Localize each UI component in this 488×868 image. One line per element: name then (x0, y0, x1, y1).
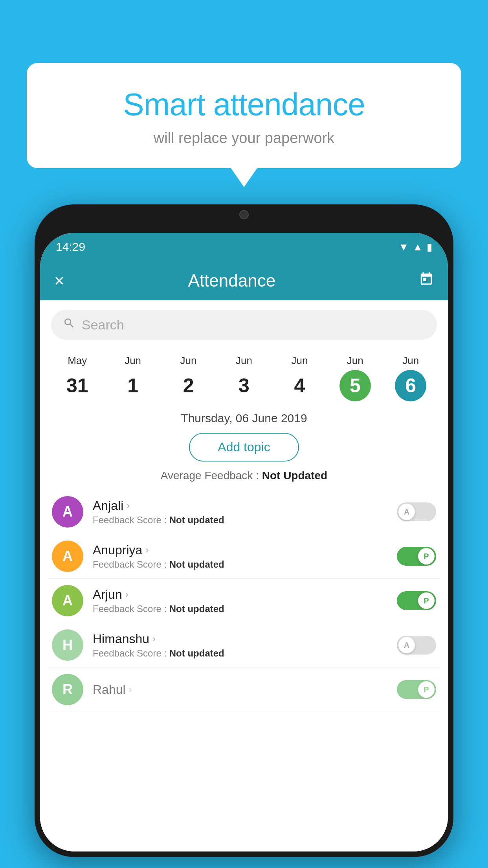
screen-content: Search May 31 Jun 1 Jun 2 (40, 300, 448, 851)
search-bar[interactable]: Search (51, 310, 437, 340)
student-info-himanshu: Himanshu › Feedback Score : Not updated (93, 632, 397, 659)
status-icons: ▼ ▲ ▮ (399, 241, 432, 253)
toggle-anjali[interactable]: A (397, 502, 436, 521)
student-info-rahul: Rahul › (93, 682, 397, 697)
bubble-subtitle: will replace your paperwork (42, 130, 446, 147)
attendance-toggle-anupriya[interactable]: P (397, 547, 436, 566)
student-feedback-anupriya: Feedback Score : Not updated (93, 559, 397, 570)
wifi-icon: ▼ (399, 241, 409, 253)
chevron-right-icon: › (127, 500, 130, 511)
status-bar: 14:29 ▼ ▲ ▮ (40, 233, 448, 261)
chevron-right-icon: › (145, 544, 149, 555)
date-item-jun2[interactable]: Jun 2 (169, 355, 208, 401)
student-info-anjali: Anjali › Feedback Score : Not updated (93, 498, 397, 526)
student-name-himanshu: Himanshu › (93, 632, 397, 646)
attendance-toggle-rahul[interactable]: P (397, 680, 436, 699)
page-title: Attendance (76, 271, 387, 291)
phone-frame: 14:29 ▼ ▲ ▮ × Attendance (35, 204, 453, 857)
student-info-anupriya: Anupriya › Feedback Score : Not updated (93, 543, 397, 570)
add-topic-button[interactable]: Add topic (189, 433, 299, 462)
date-item-jun4[interactable]: Jun 4 (280, 355, 319, 401)
app-header: × Attendance (40, 261, 448, 300)
calendar-icon[interactable] (419, 272, 434, 290)
student-feedback-himanshu: Feedback Score : Not updated (93, 648, 397, 659)
toggle-knob-rahul: P (418, 681, 435, 698)
avatar-anjali: A (52, 496, 83, 528)
student-info-arjun: Arjun › Feedback Score : Not updated (93, 587, 397, 614)
avg-feedback: Average Feedback : Not Updated (40, 469, 448, 482)
status-time: 14:29 (56, 240, 85, 254)
battery-icon: ▮ (427, 241, 432, 253)
student-item-anupriya[interactable]: A Anupriya › Feedback Score : Not update… (48, 534, 440, 579)
avatar-himanshu: H (52, 629, 83, 661)
phone-container: 14:29 ▼ ▲ ▮ × Attendance (35, 204, 453, 868)
date-item-jun3[interactable]: Jun 3 (224, 355, 264, 401)
search-input[interactable]: Search (82, 317, 124, 333)
avg-feedback-value: Not Updated (262, 469, 327, 482)
date-strip: May 31 Jun 1 Jun 2 Jun 3 (40, 347, 448, 405)
bubble-title: Smart attendance (42, 86, 446, 123)
toggle-rahul[interactable]: P (397, 680, 436, 699)
chevron-right-icon: › (129, 684, 132, 695)
student-item-rahul[interactable]: R Rahul › P (48, 668, 440, 712)
student-name-rahul: Rahul › (93, 682, 397, 697)
student-name-anupriya: Anupriya › (93, 543, 397, 557)
close-button[interactable]: × (54, 271, 64, 291)
student-list: A Anjali › Feedback Score : Not updated … (40, 490, 448, 712)
student-item-anjali[interactable]: A Anjali › Feedback Score : Not updated … (48, 490, 440, 534)
camera (239, 210, 249, 219)
avatar-rahul: R (52, 674, 83, 705)
student-feedback-arjun: Feedback Score : Not updated (93, 603, 397, 614)
avg-feedback-label: Average Feedback : (161, 469, 262, 482)
date-item-may31[interactable]: May 31 (58, 355, 97, 401)
attendance-toggle-himanshu[interactable]: A (397, 636, 436, 655)
date-item-jun1[interactable]: Jun 1 (113, 355, 152, 401)
toggle-knob-anjali: A (398, 504, 415, 520)
speech-bubble: Smart attendance will replace your paper… (27, 63, 461, 168)
selected-date-label: Thursday, 06 June 2019 (40, 412, 448, 425)
student-name-anjali: Anjali › (93, 498, 397, 513)
attendance-toggle-arjun[interactable]: P (397, 591, 436, 610)
phone-notch (209, 204, 279, 225)
student-item-arjun[interactable]: A Arjun › Feedback Score : Not updated P (48, 579, 440, 623)
toggle-arjun[interactable]: P (397, 591, 436, 610)
toggle-anupriya[interactable]: P (397, 547, 436, 566)
student-name-arjun: Arjun › (93, 587, 397, 602)
signal-icon: ▲ (413, 241, 423, 253)
speech-bubble-container: Smart attendance will replace your paper… (27, 63, 461, 168)
toggle-himanshu[interactable]: A (397, 636, 436, 655)
chevron-right-icon: › (152, 633, 156, 644)
date-item-jun6[interactable]: Jun 6 (391, 355, 430, 401)
date-item-jun5[interactable]: Jun 5 (336, 355, 375, 401)
toggle-knob-arjun: P (418, 592, 435, 609)
chevron-right-icon: › (125, 589, 128, 600)
avatar-arjun: A (52, 585, 83, 616)
avatar-anupriya: A (52, 541, 83, 572)
search-icon (63, 317, 75, 333)
student-feedback-anjali: Feedback Score : Not updated (93, 515, 397, 526)
toggle-knob-anupriya: P (418, 548, 435, 565)
toggle-knob-himanshu: A (398, 637, 415, 653)
student-item-himanshu[interactable]: H Himanshu › Feedback Score : Not update… (48, 623, 440, 668)
attendance-toggle-anjali[interactable]: A (397, 502, 436, 521)
phone-screen: 14:29 ▼ ▲ ▮ × Attendance (40, 233, 448, 851)
